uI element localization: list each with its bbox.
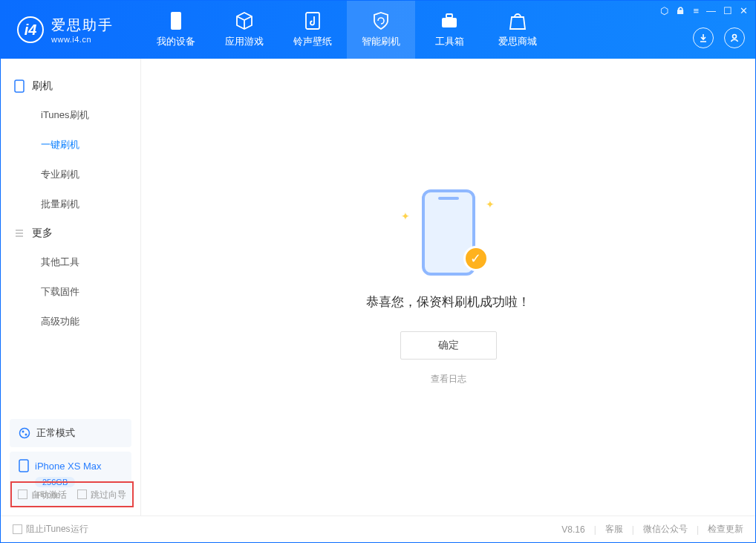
- status-text: 正常模式: [36, 426, 75, 440]
- version-text: V8.16: [561, 524, 584, 535]
- minimize-icon[interactable]: —: [706, 5, 716, 16]
- checkbox-icon: [77, 490, 87, 499]
- user-button[interactable]: [724, 27, 745, 48]
- tab-store[interactable]: 爱思商城: [483, 1, 552, 59]
- tab-label: 爱思商城: [498, 35, 537, 48]
- logo-icon: i4: [17, 16, 44, 43]
- sidebar-item-batch-flash[interactable]: 批量刷机: [1, 189, 140, 219]
- option-label: 自动激活: [31, 490, 67, 500]
- separator: |: [632, 524, 634, 535]
- footer-label: 阻止iTunes运行: [26, 524, 88, 534]
- sidebar-item-download-firmware[interactable]: 下载固件: [1, 277, 140, 307]
- status-icon: [19, 427, 30, 439]
- main-content: ✦ ✦ ✓ 恭喜您，保资料刷机成功啦！ 确定 查看日志: [141, 59, 755, 516]
- svg-point-7: [22, 431, 25, 433]
- sidebar-group-more: 更多: [1, 219, 140, 247]
- download-button[interactable]: [693, 27, 714, 48]
- app-name: 爱思助手: [51, 16, 114, 35]
- group-title-text: 刷机: [32, 79, 53, 93]
- checkbox-icon: [13, 524, 22, 534]
- svg-rect-9: [19, 460, 28, 472]
- music-icon: [303, 11, 322, 30]
- svg-rect-2: [442, 18, 457, 27]
- maximize-icon[interactable]: ☐: [723, 5, 732, 16]
- sidebar-item-oneclick-flash[interactable]: 一键刷机: [1, 130, 140, 160]
- svg-rect-3: [446, 14, 452, 18]
- skip-guide-option[interactable]: 跳过向导: [77, 487, 126, 501]
- svg-point-4: [733, 35, 737, 39]
- check-badge-icon: ✓: [463, 246, 489, 271]
- shirt-icon[interactable]: ⬡: [660, 5, 668, 16]
- svg-rect-5: [15, 80, 24, 92]
- close-icon[interactable]: ✕: [740, 5, 748, 16]
- tab-ringtones[interactable]: 铃声壁纸: [278, 1, 347, 59]
- svg-point-6: [20, 429, 30, 438]
- sparkle-icon: ✦: [401, 210, 410, 222]
- tab-toolbox[interactable]: 工具箱: [415, 1, 483, 59]
- tab-label: 我的设备: [157, 35, 195, 48]
- toolbox-icon: [440, 11, 459, 30]
- app-header: i4 爱思助手 www.i4.cn 我的设备 应用游戏 铃声壁纸 智能刷机 工具…: [1, 1, 755, 59]
- tab-my-device[interactable]: 我的设备: [142, 1, 210, 59]
- body: 刷机 iTunes刷机 一键刷机 专业刷机 批量刷机 更多 其他工具 下载固件 …: [1, 59, 755, 516]
- checkbox-icon: [18, 490, 27, 499]
- bag-icon: [508, 11, 527, 30]
- menu-icon[interactable]: ≡: [693, 5, 699, 16]
- block-itunes-option[interactable]: 阻止iTunes运行: [13, 523, 88, 536]
- sparkle-icon: ✦: [486, 198, 495, 210]
- device-icon: [14, 79, 25, 93]
- phone-icon: [166, 11, 186, 30]
- phone-icon: [19, 459, 29, 472]
- nav-tabs: 我的设备 应用游戏 铃声壁纸 智能刷机 工具箱 爱思商城: [142, 1, 552, 59]
- sidebar-item-itunes-flash[interactable]: iTunes刷机: [1, 100, 140, 130]
- view-log-link[interactable]: 查看日志: [431, 373, 466, 386]
- separator: |: [594, 524, 596, 535]
- window-controls: ⬡ 🔒︎ ≡ — ☐ ✕: [660, 5, 748, 16]
- tab-label: 工具箱: [435, 35, 464, 48]
- svg-rect-1: [306, 13, 319, 29]
- sidebar-item-advanced[interactable]: 高级功能: [1, 307, 140, 336]
- sidebar-item-other-tools[interactable]: 其他工具: [1, 247, 140, 277]
- header-right-buttons: [693, 27, 745, 48]
- auto-activate-option[interactable]: 自动激活: [18, 487, 67, 501]
- app-url: www.i4.cn: [51, 35, 114, 44]
- sidebar-item-pro-flash[interactable]: 专业刷机: [1, 160, 140, 189]
- tab-flash[interactable]: 智能刷机: [347, 1, 415, 59]
- device-mode-status[interactable]: 正常模式: [10, 419, 131, 447]
- check-update-link[interactable]: 检查更新: [708, 523, 743, 536]
- tab-label: 应用游戏: [225, 35, 264, 48]
- svg-point-8: [25, 434, 27, 436]
- tab-apps[interactable]: 应用游戏: [210, 1, 278, 59]
- ok-button[interactable]: 确定: [400, 331, 497, 360]
- sidebar-group-flash: 刷机: [1, 72, 140, 100]
- logo-area: i4 爱思助手 www.i4.cn: [1, 16, 142, 44]
- device-name-text: iPhone XS Max: [35, 461, 102, 472]
- support-link[interactable]: 客服: [605, 523, 623, 536]
- lock-icon[interactable]: 🔒︎: [676, 5, 685, 16]
- success-illustration: ✦ ✦ ✓: [397, 189, 501, 279]
- sidebar: 刷机 iTunes刷机 一键刷机 专业刷机 批量刷机 更多 其他工具 下载固件 …: [1, 59, 141, 516]
- success-message: 恭喜您，保资料刷机成功啦！: [366, 293, 530, 310]
- footer: 阻止iTunes运行 V8.16 | 客服 | 微信公众号 | 检查更新: [1, 516, 755, 542]
- list-icon: [14, 228, 25, 238]
- separator: |: [697, 524, 699, 535]
- flash-options-highlight: 自动激活 跳过向导: [10, 481, 134, 507]
- group-title-text: 更多: [32, 227, 53, 240]
- tab-label: 智能刷机: [362, 35, 400, 48]
- tab-label: 铃声壁纸: [293, 35, 332, 48]
- wechat-link[interactable]: 微信公众号: [643, 523, 688, 536]
- option-label: 跳过向导: [91, 490, 126, 500]
- cube-icon: [235, 11, 254, 30]
- svg-rect-0: [171, 12, 181, 30]
- refresh-shield-icon: [371, 11, 391, 30]
